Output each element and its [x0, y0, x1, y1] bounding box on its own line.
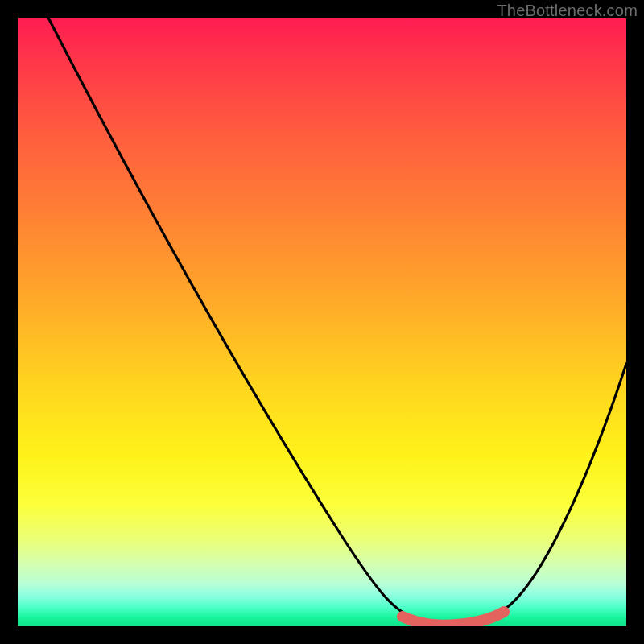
- chart-stage: TheBottleneck.com: [0, 0, 644, 644]
- valley-highlight: [402, 612, 504, 625]
- bottleneck-curve: [48, 18, 626, 623]
- curve-layer: [18, 18, 626, 626]
- plot-area: [18, 18, 626, 626]
